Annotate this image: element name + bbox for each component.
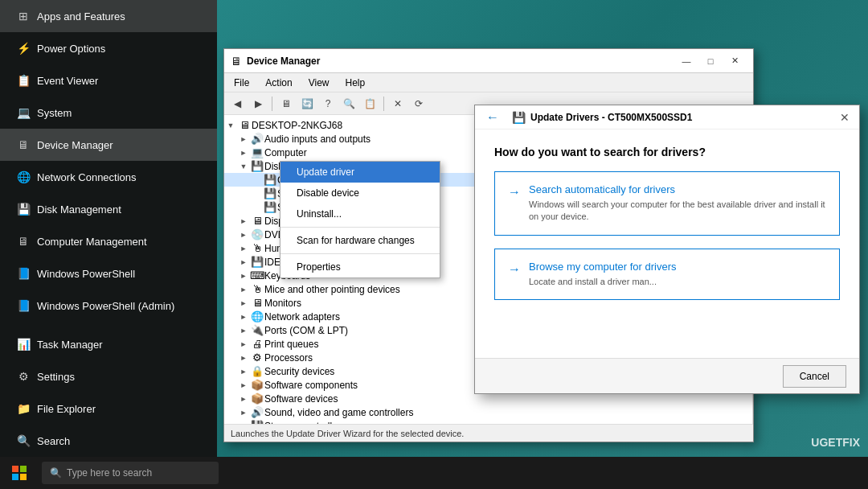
ctx-sep-1	[280, 227, 440, 228]
option-browse-desc: Locate and install a driver man...	[529, 276, 677, 288]
start-menu-item-task-manager[interactable]: 📊 Task Manager	[0, 328, 217, 360]
dialog-body: How do you want to search for drivers? →…	[475, 129, 859, 358]
settings-icon: ⚙	[16, 370, 31, 383]
svg-rect-1	[20, 466, 27, 472]
start-menu-item-computer-mgmt[interactable]: 🖥 Computer Management	[0, 225, 217, 257]
ugetfix-watermark: UGETFIX	[811, 436, 860, 449]
windows-logo-icon	[12, 466, 27, 480]
uninstall-button[interactable]: ✕	[388, 95, 407, 113]
minimize-button[interactable]: —	[674, 50, 698, 72]
search-placeholder: Type here to search	[67, 467, 152, 479]
search-icon: 🔍	[16, 434, 31, 447]
start-menu-item-file-explorer[interactable]: 📁 File Explorer	[0, 392, 217, 425]
start-menu-item-event-viewer[interactable]: 📋 Event Viewer	[0, 64, 217, 97]
update-drivers-dialog: ← 💾 Update Drivers - CT500MX500SSD1 ✕ Ho…	[474, 105, 860, 394]
help-button[interactable]: ?	[318, 95, 338, 113]
dialog-titlebar: ← 💾 Update Drivers - CT500MX500SSD1 ✕	[475, 105, 859, 129]
ctx-disable-device[interactable]: Disable device	[280, 183, 440, 203]
dialog-option-search-auto[interactable]: → Search automatically for drivers Windo…	[494, 171, 840, 236]
start-menu-item-device-manager[interactable]: 🖥 Device Manager	[0, 129, 217, 161]
svg-rect-2	[12, 474, 18, 480]
cancel-button[interactable]: Cancel	[783, 365, 846, 388]
explorer-icon: 📁	[16, 402, 31, 415]
toolbar-sep-1	[272, 97, 272, 111]
option-auto-content: Search automatically for drivers Windows…	[529, 183, 826, 224]
disk-icon: 💾	[16, 203, 31, 216]
update-driver-button[interactable]: 🔄	[297, 95, 317, 113]
root-icon: 🖥	[237, 119, 252, 131]
taskbar: 🔍 Type here to search	[0, 457, 868, 489]
option-browse-arrow: →	[508, 262, 521, 277]
start-menu-item-settings[interactable]: ⚙ Settings	[0, 360, 217, 392]
svg-rect-3	[20, 474, 27, 480]
start-menu-item-powershell[interactable]: 📘 Windows PowerShell	[0, 257, 217, 290]
refresh-button[interactable]: ⟳	[409, 95, 428, 113]
start-button[interactable]	[0, 457, 39, 489]
window-titlebar: 🖥 Device Manager — □ ✕	[224, 49, 753, 73]
properties-button[interactable]: 🖥	[276, 95, 296, 113]
ps-icon: 📘	[16, 267, 31, 280]
tree-sound[interactable]: ► 🔊 Sound, video and game controllers	[224, 405, 752, 419]
dialog-title: Update Drivers - CT500MX500SSD1	[530, 112, 832, 123]
dialog-footer: Cancel	[475, 358, 859, 393]
menu-action[interactable]: Action	[262, 76, 295, 90]
option-browse-title: Browse my computer for drivers	[529, 261, 677, 273]
start-menu-item-powershell-admin[interactable]: 📘 Windows PowerShell (Admin)	[0, 290, 217, 322]
forward-button[interactable]: ▶	[248, 95, 268, 113]
maximize-button[interactable]: □	[698, 50, 723, 72]
event-icon: 📋	[16, 74, 31, 87]
start-menu-item-system[interactable]: 💻 System	[0, 97, 217, 129]
taskbar-search-box[interactable]: 🔍 Type here to search	[42, 462, 219, 484]
dialog-close-button[interactable]: ✕	[837, 108, 853, 127]
dialog-icon: 💾	[512, 111, 526, 124]
ctx-sep-2	[280, 253, 440, 254]
system-icon: 💻	[16, 106, 31, 119]
ctx-properties[interactable]: Properties	[280, 257, 440, 277]
titlebar-icon: 🖥	[231, 55, 242, 68]
device-list-button[interactable]: 📋	[360, 95, 379, 113]
option-auto-desc: Windows will search your computer for th…	[529, 199, 826, 224]
option-auto-arrow: →	[508, 185, 521, 199]
start-menu-item-apps-features[interactable]: ⊞ Apps and Features	[0, 0, 217, 32]
ctx-update-driver[interactable]: Update driver	[280, 162, 440, 183]
back-button[interactable]: ◀	[227, 95, 247, 113]
option-auto-title: Search automatically for drivers	[529, 183, 826, 195]
status-bar: Launches the Update Driver Wizard for th…	[224, 424, 753, 442]
apps-icon: ⊞	[16, 10, 31, 23]
start-menu: ⊞ Apps and Features ⚡ Power Options 📋 Ev…	[0, 0, 217, 457]
menu-file[interactable]: File	[231, 76, 252, 90]
ctx-uninstall[interactable]: Uninstall...	[280, 203, 440, 224]
start-menu-item-disk[interactable]: 💾 Disk Management	[0, 193, 217, 225]
task-icon: 📊	[16, 338, 31, 351]
computer-mgmt-icon: 🖥	[16, 235, 31, 248]
context-menu: Update driver Disable device Uninstall..…	[280, 161, 440, 278]
scan-button[interactable]: 🔍	[339, 95, 358, 113]
option-browse-content: Browse my computer for drivers Locate an…	[529, 261, 677, 288]
status-text: Launches the Update Driver Wizard for th…	[231, 429, 464, 438]
start-menu-item-power-options[interactable]: ⚡ Power Options	[0, 32, 217, 64]
window-menubar: File Action View Help	[224, 73, 753, 92]
dialog-question: How do you want to search for drivers?	[494, 146, 840, 158]
device-mgr-icon: 🖥	[16, 138, 31, 151]
start-menu-item-search[interactable]: 🔍 Search	[0, 425, 217, 457]
window-title: Device Manager	[247, 55, 669, 67]
root-arrow: ▼	[224, 121, 237, 129]
ps-admin-icon: 📘	[16, 299, 31, 312]
dialog-back-button[interactable]: ←	[481, 109, 504, 126]
start-menu-item-network[interactable]: 🌐 Network Connections	[0, 161, 217, 193]
menu-view[interactable]: View	[305, 76, 333, 90]
toolbar-sep-2	[383, 97, 384, 111]
search-icon-taskbar: 🔍	[50, 467, 62, 479]
network-icon: 🌐	[16, 171, 31, 183]
svg-rect-0	[12, 466, 18, 472]
window-controls: — □ ✕	[674, 50, 747, 72]
close-button[interactable]: ✕	[723, 50, 747, 72]
dialog-option-browse[interactable]: → Browse my computer for drivers Locate …	[494, 249, 840, 300]
power-icon: ⚡	[16, 42, 31, 55]
ctx-scan[interactable]: Scan for hardware changes	[280, 230, 440, 251]
menu-help[interactable]: Help	[342, 76, 369, 90]
